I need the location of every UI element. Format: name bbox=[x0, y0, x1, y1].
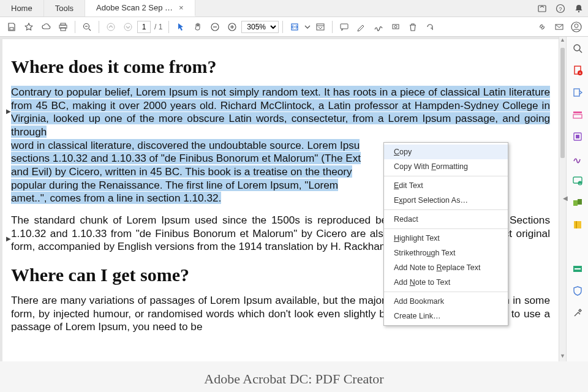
tab-home[interactable]: Home bbox=[0, 0, 44, 17]
ctx-strikethrough[interactable]: Strikethrough Text bbox=[384, 246, 508, 260]
comment-icon[interactable] bbox=[336, 19, 352, 35]
zoom-select[interactable]: 305% bbox=[241, 21, 279, 33]
save-icon[interactable] bbox=[4, 19, 20, 35]
page-up-icon[interactable] bbox=[103, 19, 119, 35]
scrollbar-thumb[interactable] bbox=[560, 48, 565, 158]
selected-text[interactable]: word in classical literature, discovered… bbox=[11, 139, 360, 151]
svg-rect-21 bbox=[341, 24, 348, 29]
collapse-rail-icon[interactable]: ◀ bbox=[563, 195, 568, 202]
page-number-input[interactable] bbox=[137, 21, 151, 33]
scroll-up-icon[interactable]: ▲ bbox=[559, 37, 566, 45]
print-icon[interactable] bbox=[55, 19, 71, 35]
para-marker-icon: ▶ bbox=[6, 108, 11, 115]
cloud-icon[interactable] bbox=[38, 19, 54, 35]
scroll-down-icon[interactable]: ▼ bbox=[559, 353, 566, 361]
toolbar: / 1 305% bbox=[0, 17, 588, 37]
bell-icon[interactable] bbox=[570, 0, 588, 17]
search-icon[interactable] bbox=[571, 42, 584, 55]
svg-rect-40 bbox=[573, 200, 578, 206]
export-pdf-icon[interactable] bbox=[571, 86, 584, 99]
close-icon[interactable]: × bbox=[179, 3, 184, 12]
ctx-highlight[interactable]: Highlight Text bbox=[384, 231, 508, 246]
edit-pdf-icon[interactable] bbox=[571, 108, 584, 121]
rotate-icon[interactable] bbox=[422, 19, 438, 35]
combine-icon[interactable] bbox=[571, 196, 584, 209]
trash-icon[interactable] bbox=[405, 19, 421, 35]
sign-tool-icon[interactable] bbox=[571, 152, 584, 165]
comment-tool-icon[interactable]: + bbox=[571, 174, 584, 187]
svg-rect-33 bbox=[573, 111, 582, 113]
svg-rect-4 bbox=[10, 28, 13, 30]
para-marker-icon: ▶ bbox=[6, 235, 11, 242]
selected-text[interactable]: amet..", comes from a line in section 1.… bbox=[11, 192, 221, 204]
ctx-bookmark[interactable]: Add Bookmark bbox=[384, 294, 508, 309]
tab-document[interactable]: Adobe Scan 2 Sep … × bbox=[85, 0, 195, 17]
ctx-copy[interactable]: CCopyopy bbox=[384, 145, 508, 159]
mail-icon[interactable] bbox=[551, 19, 567, 35]
protect-icon[interactable] bbox=[571, 284, 584, 298]
ctx-copy-formatting[interactable]: Copy With Formatting bbox=[384, 159, 508, 174]
svg-point-3 bbox=[578, 10, 579, 12]
page-total: / 1 bbox=[154, 23, 162, 31]
heading-1: Where does it come from? bbox=[11, 56, 550, 77]
ctx-redact[interactable]: Redact bbox=[384, 212, 508, 227]
svg-rect-42 bbox=[574, 221, 581, 228]
compress-icon[interactable] bbox=[571, 218, 584, 232]
svg-line-28 bbox=[579, 50, 582, 53]
svg-rect-34 bbox=[573, 115, 582, 118]
ctx-replace-note[interactable]: Add Note to Replace Text bbox=[384, 260, 508, 275]
svg-text:?: ? bbox=[559, 6, 562, 12]
zoom-in-icon[interactable] bbox=[224, 19, 240, 35]
svg-point-11 bbox=[107, 23, 115, 31]
tab-bar: Home Tools Adobe Scan 2 Sep … × ? bbox=[0, 0, 588, 17]
sign-icon[interactable] bbox=[371, 19, 386, 35]
svg-point-26 bbox=[575, 24, 578, 28]
star-icon[interactable] bbox=[21, 19, 37, 35]
divider bbox=[384, 292, 508, 292]
svg-point-27 bbox=[574, 45, 580, 51]
selected-text[interactable]: sections 1.10.32 and 1.10.33 of "de Fini… bbox=[11, 152, 361, 164]
divider bbox=[384, 209, 508, 210]
account-icon[interactable] bbox=[568, 19, 584, 35]
divider bbox=[384, 176, 508, 176]
svg-rect-45 bbox=[575, 268, 581, 270]
svg-point-23 bbox=[394, 25, 397, 28]
page-down-icon[interactable] bbox=[120, 19, 136, 35]
tab-document-label: Adobe Scan 2 Sep … bbox=[96, 3, 173, 12]
svg-text:+: + bbox=[579, 182, 581, 186]
svg-rect-32 bbox=[574, 89, 579, 96]
create-pdf-icon[interactable]: + bbox=[571, 64, 584, 77]
svg-point-12 bbox=[124, 23, 132, 31]
fit-width-icon[interactable] bbox=[287, 19, 303, 35]
zoom-out-mag-icon[interactable] bbox=[79, 19, 95, 35]
link-icon[interactable] bbox=[534, 19, 550, 35]
share-icon[interactable] bbox=[533, 0, 551, 17]
ctx-export-selection[interactable]: Export Selection As… bbox=[384, 193, 508, 208]
selected-text[interactable]: popular during the Renaissance. The firs… bbox=[11, 179, 338, 191]
divider bbox=[384, 228, 508, 229]
ctx-add-note[interactable]: Add Note to Text bbox=[384, 275, 508, 290]
organize-icon[interactable] bbox=[571, 130, 584, 143]
zoom-out-icon[interactable] bbox=[207, 19, 223, 35]
read-mode-icon[interactable] bbox=[312, 19, 328, 35]
selected-text[interactable]: and Evil) by Cicero, written in 45 BC. T… bbox=[11, 165, 352, 178]
selected-text[interactable]: Contrary to popular belief, Lorem Ipsum … bbox=[11, 86, 550, 138]
chevron-down-icon[interactable] bbox=[304, 19, 311, 35]
tools-rail: + + bbox=[566, 37, 588, 361]
svg-rect-43 bbox=[576, 221, 577, 228]
svg-text:+: + bbox=[578, 71, 581, 75]
help-icon[interactable]: ? bbox=[551, 0, 570, 17]
redact-tool-icon[interactable] bbox=[571, 262, 584, 276]
ctx-edit-text[interactable]: Edit Text bbox=[384, 178, 508, 193]
context-menu: CCopyopy Copy With Formatting Edit Text … bbox=[383, 142, 508, 326]
more-tools-icon[interactable] bbox=[571, 306, 584, 320]
svg-rect-36 bbox=[576, 135, 579, 138]
svg-line-9 bbox=[89, 29, 91, 31]
ctx-create-link[interactable]: Create Link… bbox=[384, 309, 508, 323]
pointer-icon[interactable] bbox=[173, 19, 189, 35]
caption: Adobe Acrobat DC: PDF Creator bbox=[0, 371, 588, 387]
tab-tools[interactable]: Tools bbox=[44, 0, 85, 17]
hand-icon[interactable] bbox=[190, 19, 206, 35]
highlight-icon[interactable] bbox=[353, 19, 369, 35]
stamp-icon[interactable] bbox=[388, 19, 404, 35]
